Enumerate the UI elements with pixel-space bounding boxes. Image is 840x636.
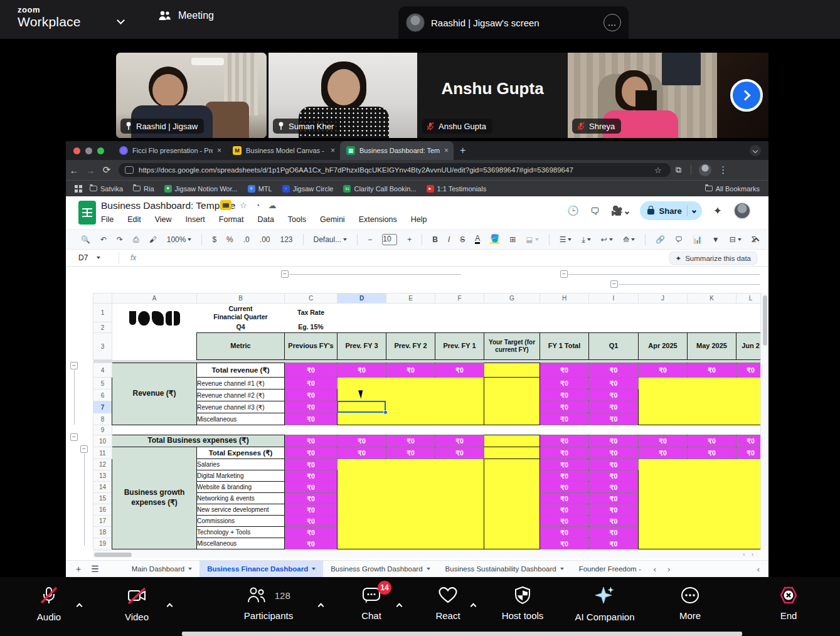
grid-cell[interactable]: ₹0 <box>285 435 338 447</box>
text-rotate-icon[interactable]: ⟰ <box>623 235 635 244</box>
grid-cell[interactable] <box>112 425 765 435</box>
grid-cell[interactable] <box>639 459 765 549</box>
grid-cell[interactable]: ₹0 <box>589 401 639 413</box>
bookmark-ria[interactable]: Ria <box>133 185 154 193</box>
grid-cell[interactable]: ₹0 <box>589 538 639 549</box>
grid-cell[interactable]: ₹0 <box>589 482 639 493</box>
grid-cell[interactable]: ₹0 <box>589 390 639 401</box>
row-header-2[interactable]: 2 <box>93 322 112 333</box>
menu-gemini[interactable]: Gemini <box>320 215 345 224</box>
react-options-chevron[interactable] <box>471 600 476 611</box>
zoom-select[interactable]: 100% <box>167 235 192 244</box>
grid-cell[interactable]: Previous FY's <box>285 333 338 360</box>
name-box-dropdown-icon[interactable] <box>97 257 100 259</box>
grid-cell[interactable]: ₹0 <box>540 378 589 390</box>
new-tab-button[interactable]: + <box>460 145 465 156</box>
grid-cell[interactable]: ₹0 <box>589 435 639 447</box>
approval-shield-icon[interactable]: ◔ <box>255 201 260 210</box>
grid-cell[interactable]: ₹0 <box>639 447 688 459</box>
grid-cell[interactable]: ₹0 <box>285 378 338 390</box>
google-sheets-icon[interactable] <box>78 201 96 225</box>
grid-cell[interactable]: Website & branding <box>197 482 285 493</box>
audio-button[interactable]: Audio <box>5 586 93 622</box>
grid-cell[interactable]: Metric <box>197 333 285 360</box>
grid-cell[interactable] <box>484 435 540 447</box>
more-button[interactable]: More <box>646 586 734 621</box>
end-button[interactable]: End <box>745 586 832 621</box>
grid-cell[interactable]: ₹0 <box>688 447 736 459</box>
merge-cells-icon[interactable]: ⬓ <box>526 235 538 244</box>
gemini-sparkle-icon[interactable]: ✦ <box>713 204 722 218</box>
bookmark-jigsaw-notion[interactable]: ✦Jigsaw Notion Wor... <box>164 185 238 193</box>
grid-cell[interactable]: Q1 <box>589 333 639 360</box>
grid-cell[interactable]: ₹0 <box>688 363 736 378</box>
grid-cell[interactable]: ₹0 <box>285 363 338 378</box>
grid-cell[interactable]: ₹0 <box>285 401 338 413</box>
grid-cell[interactable]: ₹0 <box>285 447 338 459</box>
grid-cell[interactable] <box>484 459 540 549</box>
row-header-7[interactable]: 7 <box>93 401 112 413</box>
grid-cell[interactable]: Miscellaneous <box>197 538 285 549</box>
grid-cell[interactable]: Miscellaneous <box>197 413 285 425</box>
video-tile-anshu[interactable]: Anshu Gupta Anshu Gupta <box>417 53 568 138</box>
grid-cell[interactable]: ₹0 <box>639 435 688 447</box>
reload-button[interactable]: ⟳ <box>98 164 115 176</box>
grid-cell[interactable]: ₹0 <box>540 527 589 538</box>
row-header-3[interactable]: 3 <box>93 333 112 360</box>
move-folder-icon[interactable] <box>220 200 231 210</box>
grid-cell[interactable]: ₹0 <box>285 516 338 527</box>
tab-list-chevron[interactable] <box>750 145 761 156</box>
format-percent-button[interactable]: % <box>226 235 233 244</box>
bookmark-star-icon[interactable]: ☆ <box>654 166 662 175</box>
browser-tab-ficci[interactable]: Ficci Flo presentation - Prese × <box>113 141 226 160</box>
browser-tab-miro[interactable]: M Business Model Canvas - Mir × <box>226 141 340 160</box>
browser-tab-sheets[interactable]: ▦ Business Dashboard: Templa × <box>340 141 454 160</box>
grid-cell[interactable]: ₹0 <box>540 447 589 459</box>
grid-cell[interactable]: Networking & events <box>197 493 285 504</box>
bookmark-mtl[interactable]: ≡MTL <box>248 185 272 193</box>
add-sheet-button[interactable]: + <box>76 564 81 574</box>
grid-cell[interactable]: ₹0 <box>540 538 589 549</box>
grid-cell[interactable]: Digital Marketing <box>197 470 285 482</box>
grid-cell[interactable]: Apr 2025 <box>639 333 688 360</box>
scroll-tabs-left-icon[interactable]: ‹ <box>757 564 760 574</box>
grid-cell[interactable]: ₹0 <box>540 504 589 516</box>
row-header-6[interactable]: 6 <box>93 390 112 401</box>
grid-cell[interactable]: ₹0 <box>540 413 589 425</box>
pivot-table-icon[interactable]: ⊟ <box>730 235 742 244</box>
grid-cell[interactable]: ₹0 <box>540 401 589 413</box>
horizontal-scrollbar[interactable]: ‹ › <box>93 550 760 558</box>
grid-cell[interactable]: ₹0 <box>589 363 639 378</box>
chat-button[interactable]: 14 Chat <box>327 586 415 621</box>
menu-tools[interactable]: Tools <box>288 215 306 224</box>
column-header-I[interactable]: I <box>589 294 639 304</box>
grid-cell[interactable]: ₹0 <box>285 470 338 482</box>
host-tools-button[interactable]: Host tools <box>479 586 566 621</box>
grid-cell[interactable]: ₹0 <box>285 459 338 470</box>
grid-cell[interactable] <box>484 363 540 378</box>
grid-cell[interactable]: ₹0 <box>589 527 639 538</box>
sheet-tab-business-finance[interactable]: Business Finance Dashboard <box>199 561 323 578</box>
chat-options-chevron[interactable] <box>397 600 401 611</box>
grid-cell[interactable]: ₹0 <box>589 493 639 504</box>
menu-view[interactable]: View <box>155 215 172 224</box>
grid-cell[interactable]: ₹0 <box>589 504 639 516</box>
menu-insert[interactable]: Insert <box>186 215 205 224</box>
grid-cell[interactable]: ₹0 <box>435 363 484 378</box>
grid-cell[interactable]: ₹0 <box>435 435 484 447</box>
video-options-chevron[interactable] <box>167 600 172 611</box>
grid-cell[interactable]: FY 1 Total <box>540 333 589 360</box>
minimize-window-icon[interactable] <box>85 147 92 154</box>
grid-cell[interactable]: Tax Rate <box>285 304 338 322</box>
grid-cell[interactable] <box>338 304 765 322</box>
grid-cell[interactable]: ₹0 <box>589 459 639 470</box>
close-tab-icon[interactable]: × <box>331 146 335 155</box>
bookmark-jigsaw-circle[interactable]: ◦Jigsaw Circle <box>282 185 334 193</box>
grid-cell[interactable]: ₹0 <box>540 435 589 447</box>
sheet-tab-main-dashboard[interactable]: Main Dashboard <box>124 561 199 578</box>
bold-button[interactable]: B <box>432 235 438 244</box>
grid-cell[interactable]: Prev. FY 3 <box>338 333 386 360</box>
column-header-F[interactable]: F <box>435 294 484 304</box>
bookmark-clarity-call[interactable]: 31Clarity Call Bookin... <box>343 185 416 193</box>
menu-extensions[interactable]: Extensions <box>359 215 397 224</box>
